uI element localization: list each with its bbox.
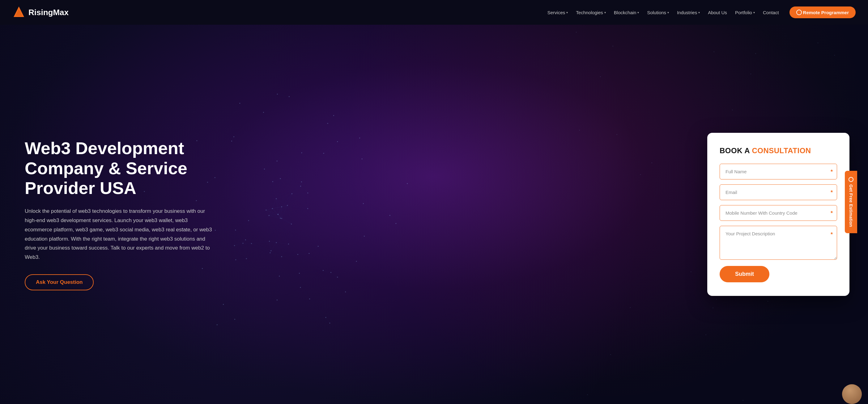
hero-left: Web3 Development Company & Service Provi… [25,138,216,290]
nav-item-about[interactable]: About Us [705,8,730,17]
navbar: RisingMax Services ▾ Technologies ▾ Bloc… [0,0,868,25]
chevron-down-icon: ▾ [604,11,606,14]
chevron-down-icon: ▾ [638,11,639,14]
mobile-input[interactable] [720,205,837,221]
form-title: BOOK A CONSULTATION [720,146,837,155]
nav-item-portfolio[interactable]: Portfolio ▾ [732,8,758,17]
consultation-form: * * * * Submit [720,164,837,282]
description-group: * [720,226,837,261]
submit-button[interactable]: Submit [720,266,769,282]
full-name-required-star: * [831,168,833,175]
remote-programmer-icon [796,9,802,15]
full-name-group: * [720,164,837,179]
nav-item-solutions[interactable]: Solutions ▾ [644,8,672,17]
avatar [842,384,862,404]
chevron-down-icon: ▾ [753,11,755,14]
email-input[interactable] [720,184,837,200]
logo[interactable]: RisingMax [12,6,69,19]
chevron-down-icon: ▾ [668,11,669,14]
nav-item-services[interactable]: Services ▾ [545,8,571,17]
mobile-required-star: * [831,210,833,216]
get-free-estimation-tab[interactable]: Get Free Estimation [845,171,857,233]
project-description-input[interactable] [720,226,837,260]
full-name-input[interactable] [720,164,837,179]
estimation-tab-icon [848,177,854,182]
remote-programmer-button[interactable]: Remote Programmer [789,6,856,18]
nav-item-blockchain[interactable]: Blockchain ▾ [611,8,642,17]
email-group: * [720,184,837,200]
nav-item-technologies[interactable]: Technologies ▾ [573,8,609,17]
hero-content: Web3 Development Company & Service Provi… [0,114,868,314]
nav-item-contact[interactable]: Contact [760,8,782,17]
logo-text: RisingMax [28,8,69,17]
consultation-form-card: BOOK A CONSULTATION * * * * [707,133,849,296]
nav-item-industries[interactable]: Industries ▾ [674,8,703,17]
email-required-star: * [831,189,833,196]
description-required-star: * [831,231,833,238]
hero-description: Unlock the potential of web3 technologie… [25,207,216,262]
mobile-group: * [720,205,837,221]
chevron-down-icon: ▾ [698,11,700,14]
logo-icon [12,6,25,19]
chevron-down-icon: ▾ [566,11,568,14]
nav-cta-item[interactable]: Remote Programmer [784,6,856,18]
hero-title: Web3 Development Company & Service Provi… [25,138,216,198]
ask-question-button[interactable]: Ask Your Question [25,274,94,290]
nav-links: Services ▾ Technologies ▾ Blockchain ▾ S… [545,6,856,18]
hero-section: Web3 Development Company & Service Provi… [0,25,868,404]
